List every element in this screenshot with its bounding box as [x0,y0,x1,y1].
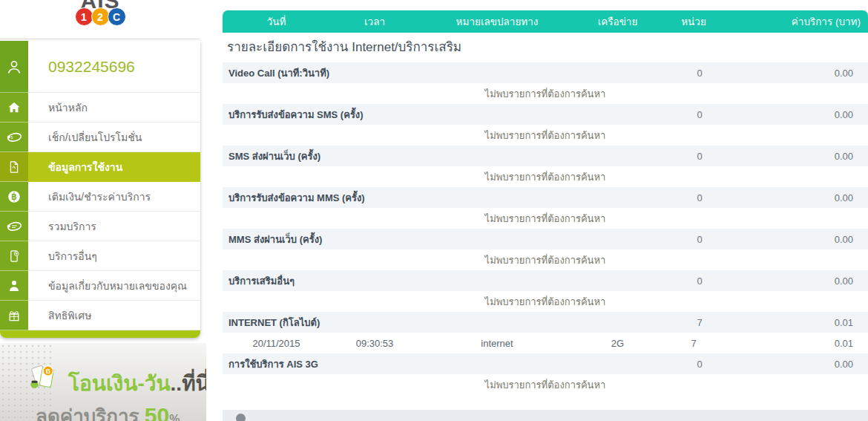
sidebar: AIS 1 2 C 0932245696 หน้าหลักเช็ก/เปลี่ย… [0,0,200,421]
empty-message-row: ไม่พบรายการที่ต้องการค้นหา [223,166,868,187]
sidebar-item-label: หน้าหลัก [28,93,200,123]
usage-charge: 0.01 [727,338,868,349]
section-title: รายละเอียดการใช้งาน Internet/บริการเสริม [223,33,868,62]
category-charge: 0.00 [733,275,868,287]
usage-network: 2G [575,338,660,349]
category-unit: 0 [666,192,733,203]
category-row: SMS ส่งผ่านเว็บ (ครั้ง)00.00 [223,146,868,166]
category-label: การใช้บริการ AIS 3G [223,356,666,372]
sidebar-item-home[interactable]: หน้าหลัก [0,93,200,123]
category-charge: 0.00 [733,68,868,79]
logo-circle-c: C [108,7,126,26]
phone-plus-icon [0,241,28,271]
category-label: SMS ส่งผ่านเว็บ (ครั้ง) [223,149,666,164]
sidebar-item-label: เติมเงิน/ชำระค่าบริการ [28,182,200,212]
logo-circle-2: 2 [91,7,110,26]
category-charge: 0.00 [733,192,868,203]
usage-unit: 7 [660,338,727,349]
col-header-destination: หมายเลขปลายทาง [419,13,575,30]
table-body: Video Call (นาที:วินาที)00.00ไม่พบรายการ… [223,62,868,395]
svg-text:B: B [46,368,50,375]
person-outline-icon [0,41,28,93]
col-header-network: เครือข่าย [575,13,660,30]
sidebar-item-other-services[interactable]: บริการอื่นๆ [0,241,200,271]
sidebar-menu-card: 0932245696 หน้าหลักเช็ก/เปลี่ยนโปรโมชั่น… [0,41,200,338]
banner-subline-text: ลดค่าบริการ [36,405,145,421]
category-charge: 0.00 [733,234,868,245]
sidebar-item-label: บริการอื่นๆ [28,241,200,271]
sidebar-item-all-services[interactable]: รวมบริการ [0,212,200,241]
home-icon [0,93,28,123]
sidebar-item-privileges[interactable]: สิทธิพิเศษ [0,301,200,330]
banner-headline: โอนเงิน-วัน..ที่นี่ [68,367,206,399]
category-charge: 0.01 [733,317,868,328]
empty-message-row: ไม่พบรายการที่ต้องการค้นหา [223,125,868,146]
phone-number: 0932245696 [28,41,200,93]
category-row: การใช้บริการ AIS 3G00.00 [223,353,868,374]
footer-band [223,410,868,421]
empty-message-row: ไม่พบรายการที่ต้องการค้นหา [223,208,868,229]
col-header-time: เวลา [330,13,419,30]
category-charge: 0.00 [733,359,868,370]
banner-headline-highlight: โอนเงิน-วัน [68,372,171,395]
sidebar-menu: หน้าหลักเช็ก/เปลี่ยนโปรโมชั่นข้อมูลการใช… [0,93,200,330]
user-number-row[interactable]: 0932245696 [0,41,200,93]
document-icon [0,152,28,182]
sidebar-item-usage-info[interactable]: ข้อมูลการใช้งาน [0,152,200,182]
banner-headline-rest: ..ที่นี่ [171,372,206,395]
sidebar-item-label: สิทธิพิเศษ [28,301,200,330]
empty-message-row: ไม่พบรายการที่ต้องการค้นหา [223,249,868,270]
banner-subline-highlight: 50 [145,403,169,421]
col-header-charge: ค่าบริการ (บาท) [727,13,868,30]
person-icon [0,271,28,301]
category-charge: 0.00 [733,109,868,120]
category-unit: 0 [666,109,733,120]
footer-bullet-icon [236,414,246,421]
sidebar-item-check-promotion[interactable]: เช็ก/เปลี่ยนโปรโมชั่น [0,123,200,152]
category-unit: 0 [666,68,733,79]
category-label: INTERNET (กิโลไบต์) [223,315,666,330]
category-label: บริการรับส่งข้อความ MMS (ครั้ง) [223,190,666,206]
category-row: บริการรับส่งข้อความ MMS (ครั้ง)00.00 [223,187,868,208]
category-unit: 0 [666,234,733,245]
category-row: บริการรับส่งข้อความ SMS (ครั้ง)00.00 [223,104,868,125]
empty-message-row: ไม่พบรายการที่ต้องการค้นหา [223,374,868,395]
usage-destination: internet [419,338,575,349]
sidebar-item-label: ข้อมูลเกี่ยวกับหมายเลขของคุณ [28,271,200,301]
category-row: INTERNET (กิโลไบต์)70.01 [223,312,868,333]
gift-icon [0,301,28,330]
banner-percent-sign: % [169,413,180,421]
category-label: บริการเสริมอื่นๆ [223,273,666,289]
one-two-call-logo: 1 2 C [0,7,200,26]
category-row: Video Call (นาที:วินาที)00.00 [223,62,868,83]
category-unit: 0 [666,151,733,162]
empty-message-row: ไม่พบรายการที่ต้องการค้นหา [223,291,868,312]
usage-date: 20/11/2015 [223,338,330,349]
col-header-unit: หน่วย [660,13,727,30]
category-charge: 0.00 [733,151,868,162]
services-icon [0,212,28,241]
table-header-row: วันที่ เวลา หมายเลขปลายทาง เครือข่าย หน่… [223,10,868,33]
promo-banner[interactable]: B โอนเงิน-วัน..ที่นี่ ลดค่าบริการ 50% [0,343,206,421]
usage-table: วันที่ เวลา หมายเลขปลายทาง เครือข่าย หน่… [223,10,868,395]
promotion-icon [0,123,28,152]
category-unit: 0 [666,359,733,370]
sidebar-item-number-info[interactable]: ข้อมูลเกี่ยวกับหมายเลขของคุณ [0,271,200,301]
menu-bottom-bar [0,330,200,338]
category-unit: 7 [666,317,733,328]
usage-time: 09:30:53 [330,338,419,349]
money-transfer-icon: B [27,361,61,398]
sidebar-item-label: เช็ก/เปลี่ยนโปรโมชั่น [28,123,200,152]
usage-detail-row: 20/11/201509:30:53internet2G70.01 [223,333,868,353]
baht-coin-icon: B [0,182,28,212]
category-row: บริการเสริมอื่นๆ00.00 [223,270,868,291]
category-label: Video Call (นาที:วินาที) [223,65,666,81]
category-label: MMS ส่งผ่านเว็บ (ครั้ง) [223,232,666,247]
col-header-date: วันที่ [223,13,330,30]
sidebar-item-label: รวมบริการ [28,212,200,241]
banner-subline: ลดค่าบริการ 50% [36,401,180,421]
sidebar-item-label: ข้อมูลการใช้งาน [28,152,200,182]
category-row: MMS ส่งผ่านเว็บ (ครั้ง)00.00 [223,229,868,249]
sidebar-item-topup-payment[interactable]: Bเติมเงิน/ชำระค่าบริการ [0,182,200,212]
logo: AIS 1 2 C [0,0,200,39]
